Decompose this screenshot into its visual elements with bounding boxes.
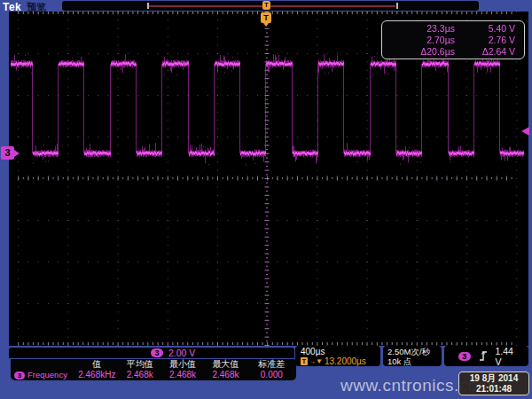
- cursor-delta-volt: Δ2.64 V: [455, 46, 524, 58]
- record-window-right-bracket: [396, 3, 398, 9]
- channel-readout-bar: 3 2.00 V: [9, 348, 294, 358]
- measurement-name: Frequency: [27, 370, 67, 380]
- record-length-label: 10k 点: [387, 356, 442, 366]
- cursor-b-volt: 2.76 V: [455, 35, 524, 46]
- cursor-a-volt: 5.40 V: [455, 23, 524, 35]
- header-value: 值: [75, 359, 118, 370]
- delay-arrow-icon: →▼: [309, 356, 323, 366]
- cursor-row-b: 2.70µs 2.76 V: [382, 35, 524, 46]
- horizontal-readout-box: 400µs T →▼ 13.2000µs: [295, 346, 380, 366]
- measurement-value: 2.468kHz: [75, 370, 118, 380]
- channel3-scale-label: 2.00 V: [168, 348, 195, 357]
- trigger-readout-box: 3 1.44 V: [444, 346, 528, 366]
- trigger-delay-value: 13.2000µs: [325, 356, 366, 366]
- header-stddev: 标准差: [247, 359, 296, 370]
- trigger-source-badge: 3: [458, 352, 471, 361]
- measurement-mean: 2.468k: [119, 370, 161, 380]
- trigger-position-flag-icon: T: [261, 12, 271, 23]
- header-mean: 平均值: [119, 359, 161, 370]
- waveform-canvas: [9, 12, 528, 346]
- cursor-row-a: 23.3µs 5.40 V: [382, 23, 524, 35]
- measurement-min: 2.468k: [161, 370, 204, 380]
- record-window-left-bracket: [147, 3, 149, 9]
- measurement-panel: 值 平均值 最小值 最大值 标准差 3 Frequency 2.468kHz 2…: [11, 359, 296, 380]
- channel3-badge: 3: [151, 348, 163, 357]
- header-min: 最小值: [161, 359, 204, 370]
- acquisition-readout-box: 2.50M次/秒 10k 点: [383, 346, 442, 366]
- date-label: 19 8月 2014: [459, 373, 528, 384]
- rising-edge-slope-icon: [479, 350, 488, 362]
- datetime-box: 19 8月 2014 21:01:48: [458, 372, 529, 395]
- cursor-delta-time: Δ20.6µs: [382, 46, 455, 58]
- sample-rate-label: 2.50M次/秒: [387, 347, 442, 356]
- measurement-row-frequency: 3 Frequency 2.468kHz 2.468k 2.468k 2.468…: [11, 370, 296, 380]
- record-trigger-position-icon: T: [262, 1, 270, 10]
- trigger-t-icon: T: [301, 357, 308, 365]
- trigger-level-value: 1.44 V: [495, 346, 521, 367]
- brand-status: Tek预览: [3, 0, 46, 12]
- channel3-ground-marker: 3: [1, 146, 14, 160]
- measurement-max: 2.468k: [204, 370, 246, 380]
- record-view-bar: T: [62, 1, 479, 11]
- measurement-header-row: 值 平均值 最小值 最大值 标准差: [11, 359, 296, 370]
- cursor-readout-box: 23.3µs 5.40 V 2.70µs 2.76 V Δ20.6µs Δ2.6…: [381, 20, 525, 59]
- trigger-level-arrow-icon: [521, 127, 529, 136]
- timebase-label: 400µs: [301, 347, 380, 356]
- record-waveform-line: [149, 5, 395, 7]
- oscilloscope-screen: Tek预览 T T 23.3µs 5.40 V 2.70µs 2.76 V Δ2…: [0, 0, 532, 399]
- header-max: 最大值: [204, 359, 246, 370]
- trigger-delay-readout: T →▼ 13.2000µs: [301, 356, 380, 366]
- cursor-b-time: 2.70µs: [382, 35, 455, 46]
- cursor-a-time: 23.3µs: [382, 23, 455, 35]
- graticule-area: [9, 12, 528, 346]
- measurement-channel-badge: 3: [14, 372, 25, 379]
- time-label: 21:01:48: [459, 384, 528, 395]
- cursor-delta-row: Δ20.6µs Δ2.64 V: [382, 46, 524, 58]
- measurement-stddev: 0.000: [247, 370, 296, 380]
